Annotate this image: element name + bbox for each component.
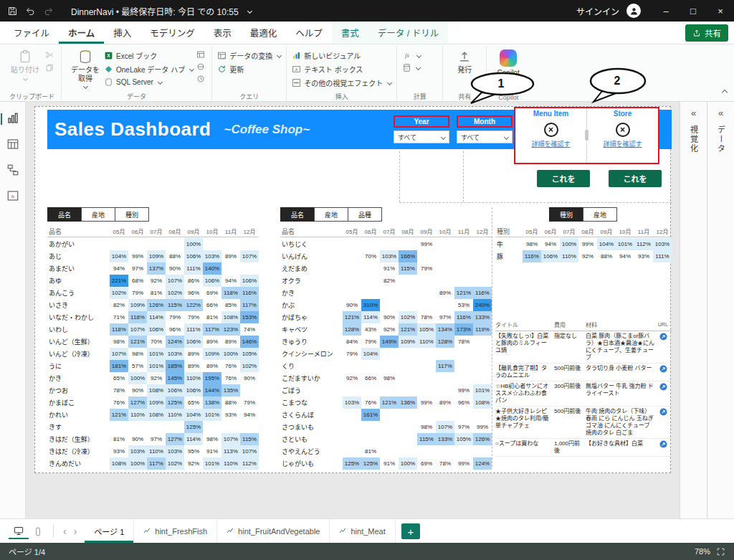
table-view-icon[interactable] [6, 138, 19, 151]
new-visual-button[interactable]: 新しいビジュアル [292, 50, 391, 61]
ribbon-tab[interactable]: 挿入 [104, 22, 140, 44]
table-row[interactable]: さといも115%133%105%126% [280, 433, 492, 445]
table-row[interactable]: 牛98%94%100%99%104%101%112%103% [495, 238, 672, 250]
filter-button[interactable]: 品名 [47, 207, 82, 222]
collapse-ribbon-icon[interactable] [723, 87, 727, 97]
page-tab[interactable]: hint_FruitAndVegetable [217, 519, 330, 543]
desktop-layout-icon[interactable] [9, 523, 29, 539]
fit-to-page-icon[interactable] [716, 547, 725, 556]
action-button-2[interactable]: これを [609, 170, 662, 187]
filter-button[interactable]: 種別 [549, 207, 583, 222]
table-row[interactable]: きす125% [47, 421, 259, 433]
table-row[interactable]: いわし118%107%106%96%111%117%123%74% [47, 323, 259, 336]
month-slicer-dropdown[interactable]: すべて [457, 130, 513, 143]
filter-button[interactable]: 産地 [583, 207, 617, 222]
data-pane-label[interactable]: データ [715, 125, 727, 153]
table-row[interactable]: いんげん70%103%166% [280, 250, 492, 262]
table-row[interactable]: いさき82%109%126%115%122%66%85%117% [47, 299, 259, 311]
ribbon-tab[interactable]: 最適化 [241, 22, 287, 44]
table-row[interactable]: こまつな103%76%121%136%99%89%96%108% [280, 397, 492, 409]
ribbon-tab[interactable]: ホーム [59, 22, 104, 44]
filter-button[interactable]: 産地 [314, 207, 348, 222]
more-visuals-button[interactable]: その他の視覚エフェクト [292, 77, 391, 88]
table-row[interactable]: さやえんどう81% [280, 445, 492, 457]
text-box-button[interactable]: A テキスト ボックス [292, 64, 391, 75]
enter-data-icon[interactable] [196, 50, 205, 59]
ribbon-tab[interactable]: ファイル [4, 22, 59, 44]
ribbon-tab[interactable]: ヘルプ [286, 22, 332, 44]
save-icon[interactable] [7, 6, 18, 16]
table-row[interactable]: かき89%121%116% [280, 287, 492, 299]
signin-label[interactable]: サインイン [576, 5, 619, 17]
recipe-link-icon[interactable] [656, 383, 670, 404]
sql-server-button[interactable]: SQL Server [104, 77, 194, 87]
expand-pane-icon[interactable]: « [718, 108, 723, 118]
recipe-link-icon[interactable] [656, 365, 670, 379]
menu-item-detail-link[interactable]: 詳細を確認す [515, 139, 586, 148]
table-row[interactable]: あんこう102%79%81%102%96%69%118%116% [47, 287, 259, 299]
filter-button[interactable]: 品種 [348, 207, 382, 222]
maximize-button[interactable]: □ [680, 0, 707, 22]
table-row[interactable]: かつお78%90%108%106%106%144%135% [47, 384, 259, 397]
table-row[interactable]: いんど（生鮮）98%121%70%124%106%89%89%146% [47, 336, 259, 348]
table-row[interactable]: きはだ（生鮮）81%90%97%127%114%98%107%115% [47, 433, 259, 445]
table-row[interactable]: オクラ82% [280, 275, 492, 287]
ribbon-tab[interactable]: 表示 [204, 22, 241, 44]
table-row[interactable]: かぼちゃ121%114%90%102%78%97%116%133% [280, 311, 492, 323]
recent-sources-icon[interactable] [196, 75, 205, 83]
table-row[interactable]: かき65%100%92%145%110%195%76%90% [47, 372, 259, 384]
page-tab[interactable]: hint_Meat [330, 519, 395, 543]
minimize-button[interactable]: – [652, 0, 680, 22]
cut-icon[interactable] [45, 50, 54, 60]
table-row[interactable]: あかがい100% [47, 238, 259, 250]
undo-icon[interactable] [25, 6, 36, 16]
clear-filter-icon[interactable]: × [616, 123, 630, 137]
table-row[interactable]: ごぼう99%101% [280, 384, 492, 397]
expand-pane-icon[interactable]: « [691, 108, 696, 118]
zoom-level[interactable]: 78% [695, 547, 710, 556]
store-slicer[interactable]: Store × 詳細を確認す [586, 108, 658, 163]
page-tab[interactable]: hint_FreshFish [134, 519, 217, 543]
account-avatar[interactable] [626, 4, 641, 18]
table-row[interactable]: さつまいも98%107%97%99% [280, 421, 492, 433]
table-row[interactable]: えだまめ91%115%79% [280, 262, 492, 275]
ribbon-tab[interactable]: モデリング [140, 22, 204, 44]
table-row[interactable]: くり117% [280, 360, 492, 372]
table-row[interactable]: いちじく99% [280, 238, 492, 250]
refresh-button[interactable]: 更新 [217, 64, 281, 75]
paste-button[interactable]: 貼り付け [8, 47, 42, 92]
table-row[interactable]: きゅうり84%79%149%109%110%128%78% [280, 336, 492, 348]
visualizations-pane-label[interactable]: 視覚化 [688, 125, 700, 153]
onelake-data-hub-button[interactable]: OneLake データ ハブ [104, 64, 194, 75]
table-row[interactable]: じゃがいも125%125%91%100%69%78%99%124% [280, 457, 492, 470]
table-row[interactable]: かぶ90%310%53%240% [280, 299, 492, 311]
page-tab[interactable]: ページ 1 [85, 519, 134, 543]
menu-item-slicer[interactable]: Menu Item × 詳細を確認す [515, 108, 586, 163]
transform-data-button[interactable]: データの変換 [217, 50, 281, 61]
table-row[interactable]: こだますいか92%66%98% [280, 372, 492, 384]
action-button-1[interactable]: これを [537, 170, 590, 187]
ribbon-tab[interactable]: 書式 [332, 22, 368, 44]
add-page-button[interactable]: + [401, 523, 420, 539]
get-data-button[interactable]: データを取得 [67, 47, 104, 92]
share-button[interactable]: 共有 [685, 24, 728, 42]
next-page-icon[interactable]: › [70, 526, 81, 537]
drag-handle[interactable] [585, 130, 588, 141]
table-row[interactable]: かまぼこ76%127%109%125%65%138%88%79% [47, 397, 259, 409]
table-row[interactable]: あじ104%99%109%88%106%103%89%107% [47, 250, 259, 262]
previous-page-icon[interactable]: ‹ [59, 526, 70, 537]
title-dropdown-icon[interactable] [247, 8, 252, 13]
recipe-link-icon[interactable] [656, 333, 670, 361]
table-row[interactable]: あゆ221%68%92%107%86%106%94%106% [47, 275, 259, 287]
store-detail-link[interactable]: 詳細を確認す [587, 139, 658, 148]
mobile-layout-icon[interactable] [29, 523, 47, 538]
copy-icon[interactable] [45, 63, 54, 72]
table-row[interactable]: クインシーメロン79%104% [280, 348, 492, 360]
report-view-icon[interactable] [6, 112, 19, 125]
recipe-link-icon[interactable] [656, 440, 670, 455]
filter-button[interactable]: 種別 [115, 207, 149, 222]
table-row[interactable]: きんめだい108%100%117%102%92%101%110%112% [47, 457, 259, 470]
table-row[interactable]: いなだ・わかし71%118%114%79%79%81%108%153% [47, 311, 259, 323]
filter-button[interactable]: 品名 [280, 207, 315, 222]
new-measure-icon[interactable]: fx [402, 50, 421, 60]
